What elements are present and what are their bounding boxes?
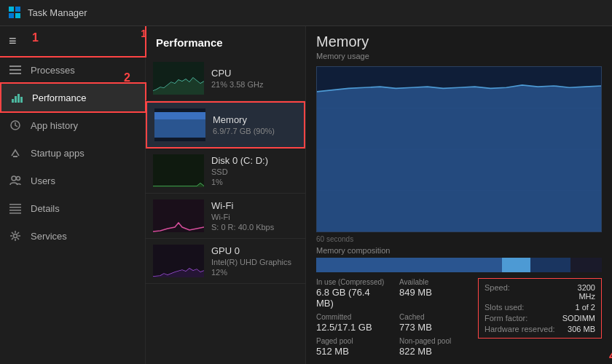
right-info-box: Speed: 3200 MHz Slots used: 1 of 2 Form … (478, 278, 602, 339)
perf-item-memory[interactable]: Memory 6.9/7.7 GB (90%) (146, 101, 305, 149)
hw-label: Hardware reserved: (484, 325, 555, 333)
hw-value: 306 MB (561, 325, 595, 333)
middle-panel-title: Performance (146, 26, 305, 56)
memory-sub: 6.9/7.7 GB (90%) (213, 127, 275, 135)
wifi-sub2: S: 0 R: 40.0 Kbps (211, 223, 274, 232)
sidebar-item-startup-apps[interactable]: Startup apps (0, 139, 145, 167)
middle-panel: Performance CPU 21% 3.58 GHz 3 (146, 26, 306, 364)
wifi-mini-chart (153, 199, 204, 232)
sidebar: ≡ 1 Processes (0, 26, 146, 364)
svg-rect-6 (9, 73, 21, 74)
cpu-mini-chart (153, 62, 204, 95)
app-icon (9, 7, 22, 20)
svg-point-14 (17, 177, 20, 181)
in-use-value: 6.8 GB (76.4 MB) (316, 287, 388, 309)
sidebar-item-services[interactable]: Services (0, 222, 145, 250)
users-icon (9, 174, 22, 187)
available-label: Available (399, 278, 471, 286)
wifi-name: Wi-Fi (211, 200, 274, 211)
sidebar-item-users[interactable]: Users (0, 167, 145, 194)
svg-rect-3 (15, 13, 20, 18)
processes-label: Processes (31, 65, 75, 76)
svg-rect-9 (17, 94, 20, 103)
app-title: Task Manager (28, 7, 87, 18)
gpu-sub1: Intel(R) UHD Graphics (211, 258, 291, 266)
annotation-1: 1 (32, 31, 39, 44)
svg-rect-17 (9, 210, 21, 211)
memory-title: Memory (316, 33, 602, 50)
stat-in-use: In use (Compressed) 6.8 GB (76.4 MB) (316, 278, 388, 309)
stat-paged: Paged pool 512 MB (316, 337, 388, 357)
form-label: Form factor: (484, 314, 555, 323)
annotation-2: 2 (124, 71, 130, 84)
cpu-name: CPU (211, 68, 264, 79)
left-stats: In use (Compressed) 6.8 GB (76.4 MB) Ava… (316, 278, 471, 357)
details-icon (9, 202, 22, 215)
svg-rect-0 (9, 7, 14, 12)
sidebar-item-app-history[interactable]: App history (0, 111, 145, 139)
sidebar-item-performance[interactable]: Performance (0, 84, 145, 111)
memory-info: Memory 6.9/7.7 GB (90%) (213, 114, 275, 135)
gpu-sub2: 12% (211, 268, 291, 277)
bottom-stats: In use (Compressed) 6.8 GB (76.4 MB) Ava… (316, 278, 602, 357)
memory-name: Memory (213, 114, 275, 125)
stat-committed: Committed 12.5/17.1 GB (316, 313, 388, 333)
disk-sub2: 1% (211, 178, 268, 186)
slots-label: Slots used: (484, 303, 555, 312)
committed-label: Committed (316, 313, 388, 321)
processes-icon (9, 63, 22, 76)
svg-rect-12 (13, 156, 17, 157)
svg-rect-8 (15, 96, 17, 103)
users-label: Users (31, 175, 55, 186)
stat-non-paged: Non-paged pool 822 MB (399, 337, 471, 357)
gpu-info: GPU 0 Intel(R) UHD Graphics 12% (211, 245, 291, 277)
startup-apps-label: Startup apps (31, 148, 85, 159)
perf-item-disk[interactable]: Disk 0 (C: D:) SSD 1% (146, 149, 305, 194)
performance-icon (10, 91, 23, 104)
perf-item-gpu[interactable]: GPU 0 Intel(R) UHD Graphics 12% (146, 239, 305, 284)
paged-label: Paged pool (316, 337, 388, 345)
svg-rect-15 (9, 204, 21, 205)
svg-point-13 (12, 176, 16, 181)
comp-standby (530, 258, 570, 272)
hamburger-button[interactable]: ≡ (0, 26, 145, 56)
right-info-wrapper: Speed: 3200 MHz Slots used: 1 of 2 Form … (478, 278, 602, 357)
available-value: 849 MB (399, 287, 471, 298)
app-history-label: App history (31, 120, 78, 131)
svg-point-19 (14, 234, 17, 238)
annotation-4: 4 (609, 349, 612, 364)
committed-value: 12.5/17.1 GB (316, 322, 388, 333)
svg-rect-24 (153, 154, 204, 187)
cached-label: Cached (399, 313, 471, 321)
svg-rect-18 (9, 213, 21, 214)
svg-rect-5 (9, 69, 21, 71)
main-layout: ≡ 1 Processes (0, 26, 612, 364)
wifi-sub1: Wi-Fi (211, 213, 274, 221)
performance-label: Performance (32, 92, 86, 103)
svg-rect-7 (12, 99, 14, 103)
comp-inuse (316, 258, 502, 272)
disk-mini-chart (153, 154, 204, 187)
sidebar-item-details[interactable]: Details (0, 194, 145, 222)
comp-modified (502, 258, 530, 272)
title-bar: Task Manager (0, 0, 612, 26)
stat-cached: Cached 773 MB (399, 313, 471, 333)
svg-rect-25 (153, 199, 204, 232)
right-panel: Memory Memory usage 60 seconds Memory co… (306, 26, 612, 364)
services-label: Services (31, 231, 67, 242)
non-paged-label: Non-paged pool (399, 337, 471, 345)
form-value: SODIMM (561, 314, 595, 323)
hamburger-icon: ≡ (9, 33, 17, 49)
stat-available: Available 849 MB (399, 278, 471, 309)
disk-info: Disk 0 (C: D:) SSD 1% (211, 155, 268, 186)
disk-name: Disk 0 (C: D:) (211, 155, 268, 166)
app-history-icon (9, 119, 22, 132)
composition-bar (316, 258, 602, 272)
wifi-info: Wi-Fi Wi-Fi S: 0 R: 40.0 Kbps (211, 200, 274, 232)
perf-item-cpu[interactable]: CPU 21% 3.58 GHz 3 (146, 56, 305, 101)
perf-item-wifi[interactable]: Wi-Fi Wi-Fi S: 0 R: 40.0 Kbps (146, 194, 305, 239)
svg-rect-16 (9, 207, 21, 208)
details-label: Details (31, 203, 60, 214)
svg-rect-1 (15, 7, 20, 12)
memory-subtitle: Memory usage (316, 52, 602, 60)
